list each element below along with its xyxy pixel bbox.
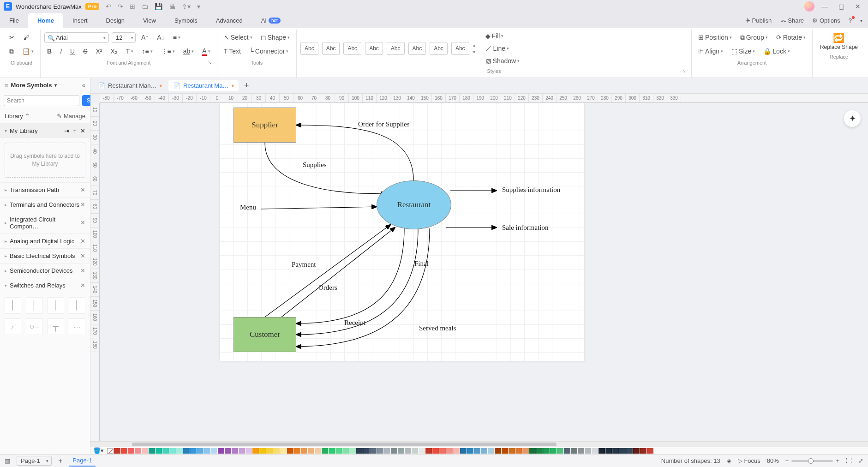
- color-swatch[interactable]: [585, 448, 591, 454]
- menu-design[interactable]: Design: [97, 13, 134, 28]
- rotate-button[interactable]: ⟳ Rotate▾: [773, 32, 808, 43]
- color-swatch[interactable]: [211, 448, 217, 454]
- color-swatch[interactable]: [183, 448, 190, 454]
- label-order-supplies[interactable]: Order for Supplies: [358, 120, 410, 128]
- redo-icon[interactable]: ↷: [118, 3, 123, 10]
- color-swatch[interactable]: [245, 448, 252, 454]
- color-swatch[interactable]: [398, 448, 404, 454]
- close-category-icon[interactable]: ✕: [80, 252, 85, 259]
- line-spacing-icon[interactable]: ↕≡▾: [139, 46, 155, 57]
- share-button[interactable]: ⫘ Share: [780, 17, 804, 24]
- add-page-icon[interactable]: +: [58, 457, 62, 465]
- label-supplies-info[interactable]: Supplies information: [502, 186, 560, 194]
- menu-insert[interactable]: Insert: [63, 13, 97, 28]
- color-swatch[interactable]: [557, 448, 563, 454]
- label-menu[interactable]: Menu: [240, 204, 256, 211]
- symbol-search-input[interactable]: [4, 95, 79, 106]
- supplier-node[interactable]: Supplier: [233, 108, 296, 143]
- ai-assistant-icon[interactable]: ✦: [844, 110, 861, 127]
- manage-library-button[interactable]: ✎ Manage: [57, 113, 85, 120]
- color-swatch[interactable]: [599, 448, 605, 454]
- color-swatch[interactable]: [335, 448, 342, 454]
- qat-more-icon[interactable]: ▾: [197, 3, 200, 10]
- import-library-icon[interactable]: ⇥: [64, 127, 69, 134]
- color-swatch[interactable]: [356, 448, 363, 454]
- increase-font-icon[interactable]: A↑: [138, 32, 151, 43]
- label-sale-info[interactable]: Sale information: [502, 224, 548, 232]
- color-swatch[interactable]: [128, 448, 134, 454]
- library-category[interactable]: ▸Basic Electrical Symbols✕: [0, 248, 90, 263]
- color-swatch[interactable]: [266, 448, 273, 454]
- close-icon[interactable]: ✕: [851, 3, 864, 10]
- color-swatch[interactable]: [412, 448, 418, 454]
- color-swatch[interactable]: [197, 448, 204, 454]
- label-supplies[interactable]: Supplies: [303, 161, 327, 169]
- color-swatch[interactable]: [225, 448, 231, 454]
- library-label[interactable]: Library: [5, 113, 23, 120]
- color-swatch[interactable]: [329, 448, 335, 454]
- color-swatch[interactable]: [391, 448, 397, 454]
- fill-button[interactable]: ◆ Fill▾: [483, 30, 523, 42]
- text-case-icon[interactable]: T▾: [123, 46, 137, 57]
- close-category-icon[interactable]: ✕: [80, 201, 85, 208]
- font-dialog-icon[interactable]: ↘: [208, 60, 211, 65]
- color-swatch[interactable]: [502, 448, 508, 454]
- color-swatch[interactable]: [190, 448, 197, 454]
- color-swatch[interactable]: [342, 448, 349, 454]
- color-swatch[interactable]: [550, 448, 557, 454]
- color-swatch[interactable]: [204, 448, 210, 454]
- color-swatch[interactable]: [308, 448, 314, 454]
- label-final[interactable]: Final: [414, 260, 429, 268]
- format-painter-icon[interactable]: 🖌: [20, 32, 32, 43]
- style-preset-1[interactable]: Abc: [300, 42, 318, 55]
- color-swatch[interactable]: [370, 448, 377, 454]
- color-swatch[interactable]: [259, 448, 266, 454]
- color-swatch[interactable]: [301, 448, 307, 454]
- color-swatch[interactable]: [419, 448, 425, 454]
- symbol-item[interactable]: ┬: [48, 318, 64, 335]
- close-category-icon[interactable]: ✕: [80, 219, 85, 226]
- add-tab-icon[interactable]: +: [240, 81, 253, 90]
- color-swatch[interactable]: [176, 448, 183, 454]
- shape-tool[interactable]: ◻ Shape▾: [258, 32, 293, 43]
- color-swatch[interactable]: [467, 448, 473, 454]
- color-swatch[interactable]: [605, 448, 612, 454]
- library-category[interactable]: ▸Integrated Circuit Compon…✕: [0, 212, 90, 234]
- color-swatch[interactable]: [640, 448, 647, 454]
- undo-icon[interactable]: ↶: [106, 3, 111, 10]
- color-swatch[interactable]: [405, 448, 411, 454]
- color-swatch[interactable]: [349, 448, 356, 454]
- options-button[interactable]: ⚙ Options: [812, 17, 840, 24]
- close-category-icon[interactable]: ✕: [80, 186, 85, 193]
- color-swatch[interactable]: [481, 448, 487, 454]
- align-button[interactable]: ⊫ Align▾: [695, 46, 726, 57]
- color-swatch[interactable]: [273, 448, 280, 454]
- close-category-icon[interactable]: ✕: [80, 238, 85, 245]
- strike-icon[interactable]: S: [80, 46, 90, 57]
- color-swatch[interactable]: [287, 448, 293, 454]
- library-category[interactable]: ▸Terminals and Connectors✕: [0, 197, 90, 212]
- new-icon[interactable]: ⊞: [130, 3, 135, 10]
- color-swatch[interactable]: [377, 448, 383, 454]
- line-button[interactable]: ／ Line▾: [483, 42, 523, 54]
- doc-tab-1[interactable]: 📄Restaurant Man…•: [93, 80, 167, 91]
- color-swatch[interactable]: [432, 448, 439, 454]
- color-swatch[interactable]: [156, 448, 162, 454]
- color-swatch[interactable]: [218, 448, 224, 454]
- size-button[interactable]: ⬚ Size▾: [729, 46, 758, 57]
- color-swatch[interactable]: [294, 448, 300, 454]
- close-library-icon[interactable]: ✕: [80, 127, 85, 134]
- library-category[interactable]: ▸Analog and Digital Logic✕: [0, 234, 90, 248]
- symbol-dropzone[interactable]: Drag symbols here to add to My Library: [5, 143, 85, 178]
- customer-node[interactable]: Customer: [233, 317, 296, 352]
- pages-panel-icon[interactable]: ▥: [5, 457, 10, 464]
- open-icon[interactable]: 🗀: [142, 3, 148, 10]
- canvas[interactable]: Supplier Customer Restaurant Order for S…: [100, 103, 868, 441]
- color-swatch[interactable]: [169, 448, 176, 454]
- color-swatch[interactable]: [363, 448, 370, 454]
- paste-icon[interactable]: 📋▾: [19, 46, 36, 57]
- color-swatch[interactable]: [162, 448, 169, 454]
- style-preset-3[interactable]: Abc: [343, 42, 361, 55]
- color-swatch[interactable]: [619, 448, 626, 454]
- library-collapse-icon[interactable]: ⌃: [25, 113, 30, 120]
